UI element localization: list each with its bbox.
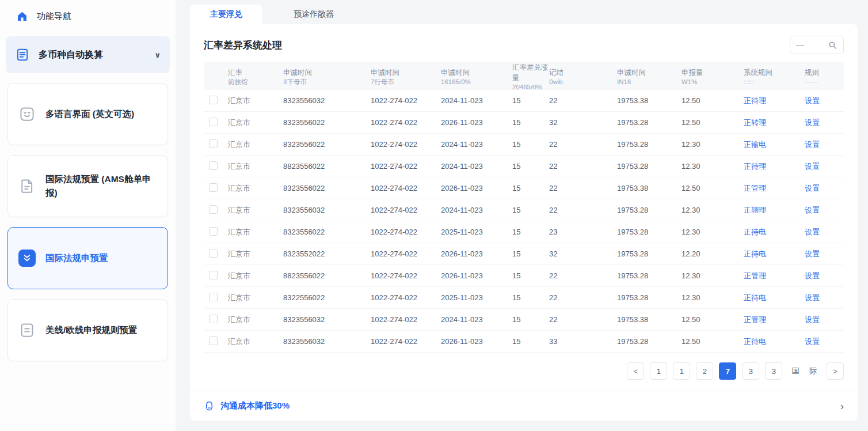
page-button[interactable]: 1 (650, 362, 667, 380)
cell-record: 23 (549, 228, 617, 236)
table-row: 汇京市 8823556022 1022-274-022 2026-11-023 … (204, 265, 844, 287)
sidebar-item-label: 美线/欧线申报规则预置 (45, 323, 137, 337)
cell-date: 2024-11-023 (441, 206, 512, 214)
sidebar-item-label: 国际法规预置 (AMS舱单申报) (45, 172, 157, 200)
settings-link[interactable]: 设置 (805, 162, 820, 171)
status-link[interactable]: 正待电 (744, 293, 766, 302)
page-button[interactable]: 国 际 (788, 362, 821, 380)
cell-id: 8323556032 (283, 206, 371, 214)
row-checkbox[interactable] (209, 271, 218, 279)
settings-link[interactable]: 设置 (805, 140, 820, 149)
cell-id: 8323556032 (283, 315, 371, 324)
row-checkbox[interactable] (209, 293, 218, 301)
sidebar-group-currency[interactable]: 多币种自动换算 ∨ (6, 36, 170, 73)
table-row: 汇京市 8823556022 1022-274-022 2024-11-023 … (204, 156, 844, 177)
sidebar-item-home[interactable]: 功能导航 (0, 6, 176, 27)
status-link[interactable]: 正待电 (744, 337, 766, 346)
cell-code: 1022-274-022 (371, 293, 441, 302)
settings-link[interactable]: 设置 (805, 206, 820, 214)
cell-amount: 19753.38 (617, 96, 682, 105)
page-button[interactable]: > (827, 362, 844, 380)
settings-link[interactable]: 设置 (805, 184, 820, 192)
status-link[interactable]: 正输电 (744, 140, 766, 149)
cell-id: 8323556032 (283, 96, 371, 105)
row-checkbox[interactable] (209, 205, 218, 214)
cell-record: 22 (549, 315, 617, 324)
search-icon[interactable] (828, 40, 837, 50)
settings-link[interactable]: 设置 (805, 271, 820, 280)
sidebar-group-label: 多币种自动换算 (39, 49, 146, 61)
row-checkbox[interactable] (209, 161, 218, 170)
cell-id: 8823556022 (283, 162, 371, 171)
file-icon (18, 177, 36, 195)
row-checkbox[interactable] (209, 139, 218, 148)
cell-id: 8322556022 (283, 293, 371, 302)
cell-amount: 19753.28 (617, 162, 682, 171)
status-link[interactable]: 正管理 (744, 315, 766, 324)
column-header: 申诫时间7行母市 (371, 67, 441, 86)
cell-record: 22 (549, 293, 617, 302)
cell-code: 1022-274-022 (371, 140, 441, 149)
settings-link[interactable]: 设置 (805, 249, 820, 258)
row-checkbox[interactable] (209, 118, 218, 126)
column-header: 申诫时间16165/0% (441, 67, 512, 86)
status-link[interactable]: 正管理 (744, 271, 766, 280)
pagination: <112733国 际> (190, 353, 858, 380)
cell-date: 2024-11-023 (441, 140, 512, 149)
tab-secondary[interactable]: 预途作敞器 (262, 5, 365, 24)
row-checkbox[interactable] (209, 337, 218, 345)
double-chevron-down-icon (18, 249, 36, 267)
cell-code: 1022-274-022 (371, 96, 441, 105)
sidebar-item-intl-rules-preset[interactable]: 国际法规申预置 (7, 227, 168, 289)
page-button[interactable]: < (627, 362, 644, 380)
cell-rate: 15 (512, 184, 549, 192)
cell-city: 汇京市 (228, 293, 283, 303)
page-button[interactable]: 1 (673, 362, 690, 380)
row-checkbox[interactable] (209, 315, 218, 323)
status-link[interactable]: 正待理 (744, 96, 766, 105)
status-link[interactable]: 正待理 (744, 162, 766, 171)
tab-primary[interactable]: 主要浮兑 (190, 5, 262, 24)
sidebar: 功能导航 多币种自动换算 ∨ 多语言界面 (英文可选) 国际法规预置 (AMS舱… (0, 0, 176, 431)
status-link[interactable]: 正管理 (744, 184, 766, 192)
cell-date: 2024-11-023 (441, 162, 512, 171)
row-checkbox[interactable] (209, 249, 218, 258)
settings-link[interactable]: 设置 (805, 118, 820, 127)
settings-link[interactable]: 设置 (805, 315, 820, 324)
status-link[interactable]: 正辖理 (744, 206, 766, 214)
page-button[interactable]: 7 (719, 362, 736, 380)
chevron-right-icon[interactable]: › (840, 400, 844, 413)
settings-link[interactable]: 设置 (805, 228, 820, 236)
status-link[interactable]: 正待电 (744, 228, 766, 236)
cell-date: 2025-11-023 (441, 228, 512, 236)
page-button[interactable]: 3 (742, 362, 759, 380)
column-header: 申报量W1% (682, 67, 744, 86)
cell-code: 1022-274-022 (371, 228, 441, 236)
cell-id: 8323556022 (283, 118, 371, 127)
settings-link[interactable]: 设置 (805, 293, 820, 302)
settings-link[interactable]: 设置 (805, 96, 820, 105)
page-button[interactable]: 2 (696, 362, 713, 380)
status-link[interactable]: 正待电 (744, 249, 766, 258)
table-row: 汇京市 8323556022 1022-274-022 2026-11-023 … (204, 177, 844, 199)
sidebar-item-ams-rules[interactable]: 国际法规预置 (AMS舱单申报) (7, 155, 168, 217)
status-link[interactable]: 正转理 (744, 118, 766, 127)
cell-date: 2024-11-023 (441, 96, 512, 105)
search-input[interactable]: — (790, 36, 844, 54)
row-checkbox[interactable] (209, 183, 218, 192)
row-checkbox[interactable] (209, 227, 218, 236)
page-button[interactable]: 3 (765, 362, 782, 380)
cell-rate: 15 (512, 249, 549, 258)
row-checkbox[interactable] (209, 96, 218, 104)
cell-id: 8323556022 (283, 140, 371, 149)
promo-footer[interactable]: 沟通成本降低30% › (190, 391, 858, 421)
chevron-down-icon[interactable]: ∨ (154, 51, 161, 59)
cell-record: 22 (549, 206, 617, 214)
search-placeholder: — (796, 40, 804, 50)
settings-link[interactable]: 设置 (805, 337, 820, 346)
column-header: 汇率差兑涨量20465/0% (512, 62, 549, 92)
sidebar-item-us-eu-rules[interactable]: 美线/欧线申报规则预置 (7, 299, 168, 361)
cell-code: 1022-274-022 (371, 184, 441, 192)
cell-record: 22 (549, 184, 617, 192)
sidebar-item-multilanguage[interactable]: 多语言界面 (英文可选) (7, 83, 168, 145)
